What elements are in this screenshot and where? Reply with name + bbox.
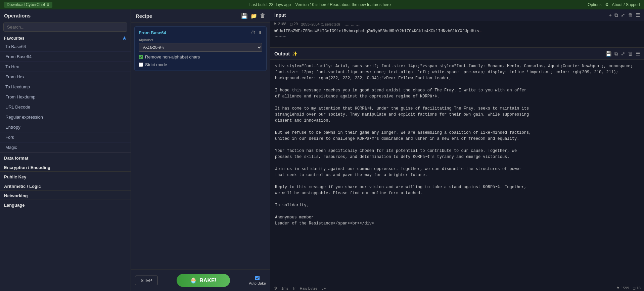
menu-input-icon[interactable]: ☰ [636, 12, 640, 18]
input-title: Input [274, 12, 286, 18]
save-output-icon[interactable]: 💾 [605, 51, 612, 57]
output-col-count: ◻ 18 [633, 286, 641, 290]
alphabet-label: Alphabet [139, 38, 262, 42]
sidebar-item-from-hex[interactable]: From Hex [0, 72, 131, 82]
sidebar-category-data-format[interactable]: Data format [0, 153, 131, 162]
topbar-center-text: Last build: 23 days ago – Version 10 is … [52, 2, 588, 7]
input-selection: 2053–2054 (1 selected) [301, 22, 340, 26]
sidebar-category-arithmetic[interactable]: Arithmetic / Logic [0, 181, 131, 190]
save-recipe-icon[interactable]: 💾 [241, 13, 248, 19]
input-red-mark: … [479, 29, 481, 34]
alphabet-group: Alphabet A-Za-z0-9+/= [139, 38, 262, 52]
bake-label: BAKE! [199, 278, 217, 284]
output-content[interactable]: <div style="font-family: Arial, sans-ser… [270, 60, 644, 285]
output-status-right: ⚑ 1599 ◻ 18 [616, 286, 641, 290]
output-title: Output ✨ [274, 51, 297, 56]
input-text-line2: …………… [274, 34, 286, 38]
output-status-bar: ⏱ 1ms Tr Raw Bytes LF ⚑ 1599 ◻ 18 [270, 285, 644, 291]
sidebar-item-to-hex[interactable]: To Hex [0, 62, 131, 72]
search-input[interactable] [3, 23, 127, 32]
wand-icon[interactable]: ✨ [292, 51, 297, 56]
sidebar: Operations Favourites ★ To Base64 From B… [0, 9, 131, 291]
input-text-main: bGUuIFBsZWFzZSBmaW5kIGcIG91ciBvbmxpbmUgZ… [274, 29, 479, 34]
copy-output-icon[interactable]: ⧉ [614, 51, 618, 57]
favourites-label: Favourites [4, 36, 25, 41]
autobake-container: Auto Bake [249, 276, 266, 285]
operation-header: From Base64 ⏱ ⏸ [139, 30, 262, 35]
sidebar-item-to-hexdump[interactable]: To Hexdump [0, 82, 131, 92]
bake-button[interactable]: 🧁 BAKE! [177, 274, 230, 287]
recipe-header-icons: 💾 📁 🗑 [241, 13, 265, 19]
recipe-panel: Recipe 💾 📁 🗑 From Base64 ⏱ ⏸ Alphabet [131, 9, 270, 291]
sidebar-list: Favourites ★ To Base64 From Base64 To He… [0, 34, 131, 291]
output-line-count: ⚑ 1599 [616, 286, 629, 290]
input-content[interactable]: bGUuIFBsZWFzZSBmaW5kIGcIG91ciBvbmxpbmUgZ… [270, 27, 644, 47]
output-time: 1ms [281, 286, 288, 290]
topbar-left: Download CyberChef ⬇ [4, 2, 52, 8]
download-icon: ⬇ [46, 2, 50, 7]
remove-non-alphabet-row: Remove non-alphabet chars [139, 54, 262, 59]
recipe-title: Recipe [136, 13, 152, 19]
step-button[interactable]: STEP [135, 276, 158, 285]
sidebar-category-encryption[interactable]: Encryption / Encoding [0, 162, 131, 171]
download-label: Download CyberChef [7, 2, 45, 7]
recipe-content: From Base64 ⏱ ⏸ Alphabet A-Za-z0-9+/= Re… [131, 23, 270, 269]
operation-title: From Base64 [139, 30, 166, 35]
gear-icon[interactable]: ⚙ [605, 2, 609, 7]
remove-nonalpha-label: Remove non-alphabet chars [145, 54, 200, 59]
input-col: ◻ 29 [290, 22, 298, 26]
options-label[interactable]: Options [588, 2, 601, 7]
recipe-header: Recipe 💾 📁 🗑 [131, 9, 270, 23]
output-status-left: ⏱ 1ms Tr Raw Bytes LF [274, 286, 326, 290]
clear-recipe-icon[interactable]: 🗑 [260, 13, 265, 19]
about-support-link[interactable]: About / Support [612, 2, 640, 7]
sidebar-item-url-decode[interactable]: URL Decode [0, 102, 131, 112]
sidebar-category-language[interactable]: Language [0, 200, 131, 209]
sidebar-category-networking[interactable]: Networking [0, 190, 131, 200]
io-panel: Input + ⧉ ⤢ 🗑 ☰ ⚑ 2188 ◻ 29 2053–2054 (1… [270, 9, 644, 291]
favourites-star-icon: ★ [122, 36, 127, 41]
clear-output-icon[interactable]: 🗑 [628, 51, 633, 57]
expand-output-icon[interactable]: ⤢ [621, 51, 625, 57]
download-button[interactable]: Download CyberChef ⬇ [4, 2, 52, 8]
input-header: Input + ⧉ ⤢ 🗑 ☰ [270, 9, 644, 21]
sidebar-item-regex[interactable]: Regular expression [0, 112, 131, 122]
strict-mode-label: Strict mode [145, 62, 167, 67]
sidebar-item-from-base64[interactable]: From Base64 [0, 52, 131, 62]
output-header-icons: 💾 ⧉ ⤢ 🗑 ☰ [605, 51, 640, 57]
pause-icon[interactable]: ⏸ [258, 30, 262, 35]
output-raw-bytes[interactable]: Raw Bytes [300, 286, 318, 290]
sidebar-item-entropy[interactable]: Entropy [0, 122, 131, 132]
remove-nonalpha-checkbox[interactable] [139, 55, 143, 59]
strict-mode-row: Strict mode [139, 62, 262, 67]
alphabet-select[interactable]: A-Za-z0-9+/= [139, 43, 262, 52]
strict-mode-checkbox[interactable] [139, 63, 143, 67]
sidebar-item-magic[interactable]: Magic [0, 142, 131, 153]
topbar: Download CyberChef ⬇ Last build: 23 days… [0, 0, 644, 9]
input-line: ⚑ 2188 [274, 22, 286, 26]
sidebar-item-from-hexdump[interactable]: From Hexdump [0, 92, 131, 102]
operation-icons: ⏱ ⏸ [251, 30, 262, 35]
output-lf: LF [321, 286, 326, 290]
sidebar-item-to-base64[interactable]: To Base64 [0, 42, 131, 52]
clear-input-icon[interactable]: 🗑 [628, 12, 633, 18]
bake-icon: 🧁 [190, 277, 197, 284]
output-header: Output ✨ 💾 ⧉ ⤢ 🗑 ☰ [270, 48, 644, 60]
autobake-checkbox[interactable] [255, 276, 260, 280]
menu-output-icon[interactable]: ☰ [636, 51, 640, 57]
copy-input-icon[interactable]: ⧉ [614, 12, 618, 18]
input-section: Input + ⧉ ⤢ 🗑 ☰ ⚑ 2188 ◻ 29 2053–2054 (1… [270, 9, 644, 48]
output-time-icon: ⏱ [274, 286, 277, 290]
recipe-footer: STEP 🧁 BAKE! Auto Bake [131, 269, 270, 291]
add-input-icon[interactable]: + [609, 12, 612, 18]
input-ellipsis: …………… [343, 22, 362, 26]
expand-input-icon[interactable]: ⤢ [621, 12, 625, 18]
sidebar-item-fork[interactable]: Fork [0, 132, 131, 142]
sidebar-category-public-key[interactable]: Public Key [0, 171, 131, 181]
timer-icon[interactable]: ⏱ [251, 30, 256, 35]
sidebar-title: Operations [0, 9, 131, 20]
load-recipe-icon[interactable]: 📁 [250, 13, 257, 19]
output-title-text: Output [274, 51, 290, 56]
output-section: Output ✨ 💾 ⧉ ⤢ 🗑 ☰ <div style="font-fami… [270, 48, 644, 291]
sidebar-section-favourites: Favourites ★ [0, 34, 131, 42]
